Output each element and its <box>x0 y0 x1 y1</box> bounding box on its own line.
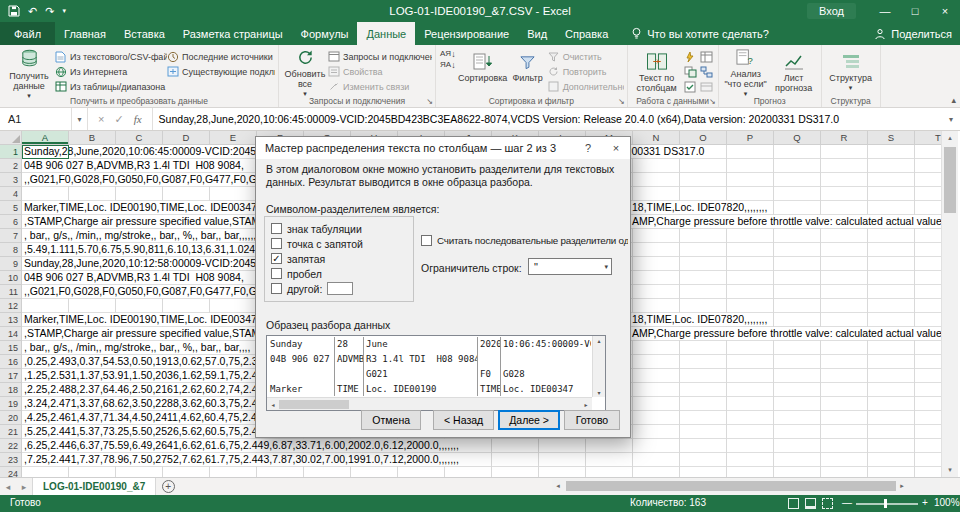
from-web-button[interactable]: Из Интернета <box>55 64 167 79</box>
cancel-button[interactable]: Отмена <box>361 410 421 430</box>
tab-formulas[interactable]: Формулы <box>292 22 358 45</box>
row-header-16[interactable]: 16 <box>0 355 21 369</box>
scroll-up-icon[interactable]: ▴ <box>593 337 605 344</box>
column-header-B[interactable]: B <box>69 131 116 144</box>
back-button[interactable]: < Назад <box>433 410 494 430</box>
remove-duplicates-icon[interactable] <box>684 66 697 78</box>
column-header-Q[interactable]: Q <box>774 131 821 144</box>
what-if-button[interactable]: ? Анализ "что если"▾ <box>722 46 770 93</box>
scroll-left-icon[interactable]: ◂ <box>552 482 564 490</box>
checkbox-icon[interactable] <box>271 223 282 234</box>
collapse-ribbon-icon[interactable]: ▴ <box>951 95 956 105</box>
delimiter-comma-checkbox[interactable]: ✓запятая <box>271 251 407 266</box>
sheet-tab-active[interactable]: LOG-01-IDE00190_&7 <box>32 478 156 495</box>
text-to-columns-button[interactable]: Текст по столбцам <box>631 46 683 93</box>
row-header-1[interactable]: 1 <box>0 145 21 159</box>
grid-row-22[interactable]: ,6.25,2.446,6.37,75.59,6.49,2641,6.62,61… <box>22 439 941 453</box>
get-data-button[interactable]: Получить данные▾ <box>3 46 55 93</box>
delimiter-tab-checkbox[interactable]: знак табуляции <box>271 221 407 236</box>
preview-vertical-scrollbar[interactable]: ▴ ▾ <box>592 336 605 397</box>
row-header-11[interactable]: 11 <box>0 285 21 299</box>
name-box[interactable]: A1 <box>0 108 72 130</box>
column-header-A[interactable]: A <box>22 131 69 144</box>
scroll-down-icon[interactable]: ▾ <box>942 463 958 477</box>
minimize-button[interactable]: — <box>870 0 900 22</box>
row-header-23[interactable]: 23 <box>0 453 21 467</box>
row-header-24[interactable]: 24 <box>0 467 21 477</box>
row-header-19[interactable]: 19 <box>0 397 21 411</box>
row-header-15[interactable]: 15 <box>0 341 21 355</box>
vertical-scroll-thumb[interactable] <box>944 147 956 213</box>
zoom-slider[interactable] <box>856 503 918 505</box>
finish-button[interactable]: Готово <box>564 410 620 430</box>
restore-button[interactable]: □ <box>900 0 930 22</box>
sheet-nav-right-icon[interactable]: ▸ <box>16 478 32 495</box>
column-header-P[interactable]: P <box>727 131 774 144</box>
dialog-help-button[interactable]: ? <box>574 137 602 159</box>
row-header-6[interactable]: 6 <box>0 215 21 229</box>
row-header-10[interactable]: 10 <box>0 271 21 285</box>
horizontal-scrollbar[interactable]: ◂ ▸ <box>552 479 940 493</box>
row-header-14[interactable]: 14 <box>0 327 21 341</box>
dialog-close-button[interactable]: × <box>602 137 630 159</box>
row-header-12[interactable]: 12 <box>0 299 21 313</box>
formula-input[interactable]: Sunday,28,June,2020,10:06:45:00009-VCID:… <box>153 108 942 130</box>
row-header-4[interactable]: 4 <box>0 187 21 201</box>
filter-button[interactable]: Фильтр <box>508 46 548 93</box>
delimiter-semicolon-checkbox[interactable]: точка с запятой <box>271 236 407 251</box>
checkbox-icon[interactable]: ✓ <box>271 253 282 264</box>
sort-descending-button[interactable]: ЯА↓ <box>440 61 456 69</box>
relationships-icon[interactable] <box>700 66 713 78</box>
consolidate-icon[interactable] <box>700 51 713 63</box>
cancel-entry-icon[interactable]: × <box>98 113 104 125</box>
save-icon[interactable] <box>8 5 20 17</box>
advanced-filter-button[interactable]: Дополнительно <box>548 79 624 94</box>
row-header-8[interactable]: 8 <box>0 243 21 257</box>
undo-icon[interactable]: ↶ <box>28 5 37 18</box>
redo-icon[interactable]: ↷ <box>45 5 54 18</box>
tab-help[interactable]: Справка <box>556 22 617 45</box>
page-layout-view-icon[interactable] <box>805 498 816 509</box>
column-header-D[interactable]: D <box>163 131 210 144</box>
enter-entry-icon[interactable]: ✓ <box>114 113 123 126</box>
column-header-S[interactable]: S <box>868 131 915 144</box>
grid-row-23[interactable]: ,7.25,2.441,7.37,78.96,7.50,2752,7.62,61… <box>22 453 941 467</box>
column-header-N[interactable]: N <box>633 131 680 144</box>
queries-connections-button[interactable]: Запросы и подключения <box>328 49 432 64</box>
new-sheet-button[interactable]: + <box>156 478 180 495</box>
tab-review[interactable]: Рецензирование <box>415 22 518 45</box>
sort-button[interactable]: Сортировка <box>458 46 508 93</box>
column-header-O[interactable]: O <box>680 131 727 144</box>
flash-fill-icon[interactable] <box>684 51 697 63</box>
dialog-launcher-icon[interactable]: ↘ <box>618 97 625 106</box>
preview-horizontal-scrollbar[interactable]: ◂ ▸ <box>267 397 592 410</box>
column-header-T[interactable]: T <box>915 131 941 144</box>
forecast-sheet-button[interactable]: Лист прогноза <box>770 46 818 93</box>
properties-button[interactable]: Свойства <box>328 64 432 79</box>
scroll-right-icon[interactable]: ▸ <box>580 401 592 408</box>
dialog-title-bar[interactable]: Мастер распределения текста по столбцам … <box>256 137 630 159</box>
preview-scroll-thumb[interactable] <box>279 400 349 409</box>
other-delimiter-input[interactable] <box>327 282 353 295</box>
checkbox-icon[interactable] <box>271 268 282 279</box>
select-all-corner[interactable] <box>0 131 22 145</box>
row-header-3[interactable]: 3 <box>0 173 21 187</box>
checkbox-icon[interactable] <box>421 235 432 246</box>
sheet-nav-left-icon[interactable]: ◂ <box>0 478 16 495</box>
name-box-dropdown-icon[interactable]: ▾ <box>72 108 88 130</box>
share-button[interactable]: Поделиться <box>874 22 952 45</box>
scroll-left-icon[interactable]: ◂ <box>267 401 279 408</box>
qat-customize-icon[interactable]: ▾ <box>62 7 66 15</box>
tab-home[interactable]: Главная <box>55 22 115 45</box>
row-header-13[interactable]: 13 <box>0 313 21 327</box>
horizontal-scroll-thumb[interactable] <box>566 481 896 491</box>
text-qualifier-dropdown[interactable]: " ▾ <box>528 258 612 275</box>
tab-data[interactable]: Данные <box>357 22 415 45</box>
existing-connections-button[interactable]: Существующие подключения <box>167 64 275 79</box>
row-header-18[interactable]: 18 <box>0 383 21 397</box>
outline-button[interactable]: Структура▾ <box>825 46 877 93</box>
zoom-level[interactable]: 100% <box>934 497 960 508</box>
tab-insert[interactable]: Вставка <box>115 22 174 45</box>
dialog-launcher-icon[interactable]: ↘ <box>709 97 716 106</box>
next-button[interactable]: Далее > <box>498 410 560 430</box>
